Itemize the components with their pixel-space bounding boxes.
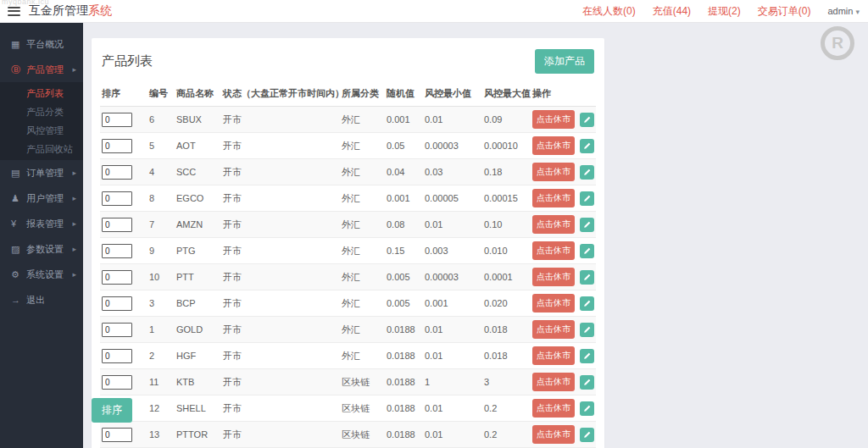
cell-random-value: 0.0188 <box>385 395 423 422</box>
cell-category: 外汇 <box>340 185 385 212</box>
close-market-button[interactable]: 点击休市 <box>532 215 575 234</box>
close-market-button[interactable]: 点击休市 <box>532 399 575 418</box>
yen-icon: ¥ <box>11 218 23 229</box>
pencil-icon <box>583 405 591 412</box>
sidebar-item-product-recycle-bin[interactable]: 产品回收站 <box>0 140 83 158</box>
sort-input[interactable] <box>102 296 132 311</box>
edit-button[interactable] <box>580 375 594 390</box>
sort-input[interactable] <box>102 323 132 337</box>
cell-status: 开市 <box>221 159 340 185</box>
sidebar-item-user-management[interactable]: ♟ 用户管理 ▸ <box>0 185 83 211</box>
cell-product-name: PTG <box>175 238 221 264</box>
close-market-button[interactable]: 点击休市 <box>532 241 575 260</box>
recharge-link[interactable]: 充值(44) <box>653 4 691 19</box>
admin-dropdown[interactable]: admin ▾ <box>827 6 860 16</box>
edit-button[interactable] <box>580 139 594 153</box>
sort-input[interactable] <box>102 375 132 390</box>
edit-button[interactable] <box>580 113 594 127</box>
params-icon: ▨ <box>11 244 23 255</box>
pencil-icon <box>583 431 591 439</box>
withdraw-link[interactable]: 提现(2) <box>708 4 741 19</box>
cell-risk-max: 0.2 <box>482 422 531 448</box>
chevron-down-icon: ▾ <box>855 8 860 16</box>
edit-button[interactable] <box>580 323 594 337</box>
close-market-button[interactable]: 点击休市 <box>532 136 575 155</box>
cell-status: 开市 <box>221 395 340 422</box>
pencil-icon <box>583 352 591 360</box>
menu-toggle-icon[interactable] <box>8 7 20 16</box>
edit-button[interactable] <box>580 296 594 311</box>
add-product-button[interactable]: 添加产品 <box>535 49 594 74</box>
sort-input[interactable] <box>102 428 132 442</box>
online-users-link[interactable]: 在线人数(0) <box>582 4 636 19</box>
sort-input[interactable] <box>102 244 132 258</box>
sidebar-item-product-management[interactable]: Ⓑ 产品管理 ▸ <box>0 57 83 82</box>
cell-product-id: 6 <box>147 107 175 133</box>
table-row: 6 SBUX 开市 外汇 0.001 0.01 0.09 点击休市 <box>100 107 596 133</box>
cell-product-name: BCP <box>175 290 221 317</box>
pencil-icon <box>583 116 591 124</box>
sort-input[interactable] <box>102 113 132 127</box>
sidebar-item-product-list[interactable]: 产品列表 <box>0 84 83 102</box>
close-market-button[interactable]: 点击休市 <box>532 163 575 181</box>
cell-random-value: 0.0188 <box>385 317 423 343</box>
close-market-button[interactable]: 点击休市 <box>532 425 575 444</box>
chevron-right-icon: ▸ <box>72 245 76 253</box>
sidebar-item-product-category[interactable]: 产品分类 <box>0 102 83 121</box>
close-market-button[interactable]: 点击休市 <box>532 189 575 207</box>
col-header-status: 状态（大盘正常开市时间内） <box>221 82 340 107</box>
edit-button[interactable] <box>580 191 594 206</box>
trade-orders-link[interactable]: 交易订单(0) <box>758 4 811 19</box>
sort-input[interactable] <box>102 191 132 206</box>
sort-input[interactable] <box>102 270 132 285</box>
sort-input[interactable] <box>102 349 132 363</box>
orders-icon: ▤ <box>11 168 23 179</box>
sort-input[interactable] <box>102 218 132 232</box>
cell-status: 开市 <box>221 343 340 369</box>
close-market-button[interactable]: 点击休市 <box>532 320 575 339</box>
page-title: 产品列表 <box>102 53 153 69</box>
sort-submit-button[interactable]: 排序 <box>92 398 132 423</box>
close-market-button[interactable]: 点击休市 <box>532 294 575 312</box>
pencil-icon <box>583 300 591 307</box>
pencil-icon <box>583 142 591 150</box>
edit-button[interactable] <box>580 244 594 258</box>
cell-risk-min: 0.03 <box>423 159 482 185</box>
sidebar-item-overview[interactable]: ▦ 平台概况 <box>0 31 83 57</box>
edit-button[interactable] <box>580 428 594 442</box>
sidebar-item-risk-management[interactable]: 风控管理 <box>0 121 83 140</box>
main-content: R 产品列表 添加产品 排序 编号 商品名称 状态（大盘正常开市时间内） 所属分… <box>83 23 868 448</box>
cell-random-value: 0.04 <box>385 159 423 185</box>
close-market-button[interactable]: 点击休市 <box>532 268 575 286</box>
close-market-button[interactable]: 点击休市 <box>532 110 575 129</box>
close-market-button[interactable]: 点击休市 <box>532 373 575 391</box>
pencil-icon <box>583 247 591 255</box>
edit-button[interactable] <box>580 218 594 232</box>
cell-risk-max: 0.10 <box>482 212 531 238</box>
edit-button[interactable] <box>580 349 594 363</box>
edit-button[interactable] <box>580 270 594 285</box>
table-row: 12 SHELL 开市 区块链 0.0188 0.01 0.2 点击休市 <box>100 395 596 422</box>
sort-input[interactable] <box>102 139 132 153</box>
col-header-category: 所属分类 <box>340 82 385 107</box>
close-market-button[interactable]: 点击休市 <box>532 346 575 365</box>
sidebar-item-order-management[interactable]: ▤ 订单管理 ▸ <box>0 160 83 185</box>
pencil-icon <box>583 274 591 281</box>
cell-product-name: PTT <box>175 264 221 290</box>
sidebar-item-logout[interactable]: → 退出 <box>0 287 83 312</box>
cell-product-id: 10 <box>147 264 175 290</box>
sidebar-item-system-settings[interactable]: ⚙ 系统设置 ▸ <box>0 262 83 287</box>
sidebar-item-report-management[interactable]: ¥ 报表管理 ▸ <box>0 211 83 236</box>
chevron-right-icon: ▸ <box>72 219 76 228</box>
table-row: 13 PTTOR 开市 区块链 0.0188 0.01 0.2 点击休市 <box>100 422 596 448</box>
cell-category: 外汇 <box>340 290 385 317</box>
cell-risk-max: 0.018 <box>482 343 531 369</box>
table-row: 8 EGCO 开市 外汇 0.001 0.00005 0.00015 点击休市 <box>100 185 596 212</box>
sidebar-item-parameter-settings[interactable]: ▨ 参数设置 ▸ <box>0 236 83 262</box>
cell-product-name: HGF <box>175 343 221 369</box>
sort-input[interactable] <box>102 165 132 180</box>
edit-button[interactable] <box>580 401 594 416</box>
edit-button[interactable] <box>580 165 594 180</box>
cell-product-id: 5 <box>147 133 175 159</box>
app-title-accent: 系统 <box>88 3 112 17</box>
